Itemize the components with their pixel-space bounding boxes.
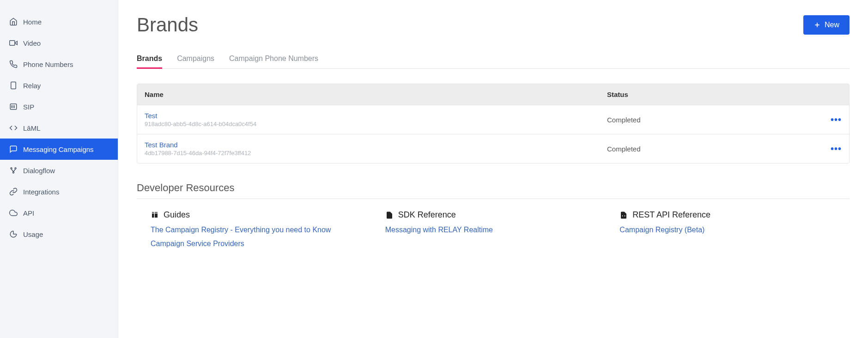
tab-campaigns[interactable]: Campaigns — [177, 50, 214, 68]
sidebar-item-label: Integrations — [23, 188, 59, 196]
main-content: Brands New Brands Campaigns Campaign Pho… — [118, 0, 868, 338]
cloud-icon — [9, 209, 18, 217]
row-actions-button[interactable]: ••• — [831, 144, 842, 154]
relay-icon — [9, 81, 18, 90]
column-header-status: Status — [600, 84, 821, 105]
sidebar-item-label: Usage — [23, 230, 43, 238]
cell-name: Test Brand 4db17988-7d15-46da-94f4-72f7f… — [137, 134, 600, 163]
file-code-icon — [385, 211, 394, 219]
developer-resources: Guides The Campaign Registry - Everythin… — [137, 210, 850, 252]
video-icon — [9, 39, 18, 47]
resource-heading: SDK Reference — [385, 210, 601, 220]
tabs: Brands Campaigns Campaign Phone Numbers — [137, 50, 850, 69]
sidebar-item-label: Messaging Campaigns — [23, 145, 94, 153]
phone-icon — [9, 60, 18, 68]
column-header-actions — [821, 84, 849, 105]
new-button[interactable]: New — [803, 15, 850, 35]
resource-heading: Guides — [151, 210, 367, 220]
sidebar-item-label: API — [23, 209, 34, 217]
developer-resources-title: Developer Resources — [137, 182, 850, 194]
table-row: Test 918adc80-abb5-4d8c-a614-b04dca0c4f5… — [137, 105, 849, 134]
cell-status: Completed — [600, 109, 821, 130]
file-api-icon — [619, 211, 628, 219]
page-title: Brands — [137, 14, 198, 36]
sidebar: Home Video Phone Numbers Relay SIP LāML … — [0, 0, 118, 338]
sidebar-item-label: Home — [23, 18, 42, 26]
sidebar-item-label: LāML — [23, 124, 41, 132]
sidebar-item-sip[interactable]: SIP — [0, 96, 118, 117]
cell-name: Test 918adc80-abb5-4d8c-a614-b04dca0c4f5… — [137, 105, 600, 134]
table-row: Test Brand 4db17988-7d15-46da-94f4-72f7f… — [137, 134, 849, 163]
sidebar-item-dialogflow[interactable]: Dialogflow — [0, 160, 118, 181]
resource-column-guides: Guides The Campaign Registry - Everythin… — [151, 210, 367, 252]
cell-status: Completed — [600, 139, 821, 159]
svg-point-11 — [11, 168, 12, 169]
resource-heading: REST API Reference — [619, 210, 836, 220]
svg-point-12 — [15, 168, 16, 169]
sidebar-item-home[interactable]: Home — [0, 11, 118, 32]
row-actions-button[interactable]: ••• — [831, 115, 842, 125]
sidebar-item-label: Dialogflow — [23, 167, 55, 175]
sidebar-item-label: SIP — [23, 103, 34, 111]
dialogflow-icon — [9, 166, 18, 175]
brand-id: 4db17988-7d15-46da-94f4-72f7fe3ff412 — [145, 150, 592, 157]
svg-line-14 — [12, 169, 14, 172]
sidebar-item-relay[interactable]: Relay — [0, 75, 118, 96]
brand-name-link[interactable]: Test Brand — [145, 141, 592, 149]
tab-campaign-phone-numbers[interactable]: Campaign Phone Numbers — [229, 50, 318, 68]
sidebar-item-usage[interactable]: Usage — [0, 223, 118, 245]
sip-icon — [9, 103, 18, 111]
sidebar-item-laml[interactable]: LāML — [0, 117, 118, 139]
table-header: Name Status — [137, 84, 849, 105]
svg-rect-2 — [11, 82, 16, 89]
sidebar-item-label: Video — [23, 39, 41, 47]
sidebar-item-label: Relay — [23, 82, 41, 90]
column-header-name: Name — [137, 84, 600, 105]
resource-link[interactable]: The Campaign Registry - Everything you n… — [151, 224, 367, 235]
svg-point-13 — [13, 172, 14, 173]
svg-line-15 — [13, 169, 16, 172]
tab-brands[interactable]: Brands — [137, 50, 162, 69]
message-icon — [9, 145, 18, 153]
resource-link[interactable]: Messaging with RELAY Realtime — [385, 224, 601, 235]
brand-id: 918adc80-abb5-4d8c-a614-b04dca0c4f54 — [145, 121, 592, 127]
link-icon — [9, 187, 18, 196]
svg-rect-1 — [10, 41, 15, 46]
brands-table: Name Status Test 918adc80-abb5-4d8c-a614… — [137, 84, 850, 163]
code-icon — [9, 124, 18, 132]
resource-link[interactable]: Campaign Service Providers — [151, 238, 367, 249]
new-button-label: New — [825, 21, 839, 29]
header-row: Brands New — [137, 14, 850, 36]
sidebar-item-messaging-campaigns[interactable]: Messaging Campaigns — [0, 139, 118, 160]
sidebar-item-label: Phone Numbers — [23, 60, 73, 68]
sidebar-item-phone-numbers[interactable]: Phone Numbers — [0, 54, 118, 75]
svg-marker-0 — [15, 41, 17, 45]
divider — [137, 199, 850, 199]
sidebar-item-api[interactable]: API — [0, 202, 118, 223]
brand-name-link[interactable]: Test — [145, 112, 592, 120]
resource-column-rest: REST API Reference Campaign Registry (Be… — [619, 210, 836, 252]
book-icon — [151, 211, 159, 219]
sidebar-item-video[interactable]: Video — [0, 32, 118, 54]
resource-column-sdk: SDK Reference Messaging with RELAY Realt… — [385, 210, 601, 252]
chart-icon — [9, 230, 18, 238]
sidebar-item-integrations[interactable]: Integrations — [0, 181, 118, 202]
home-icon — [9, 18, 18, 26]
resource-link[interactable]: Campaign Registry (Beta) — [619, 224, 836, 235]
plus-icon — [813, 21, 821, 29]
